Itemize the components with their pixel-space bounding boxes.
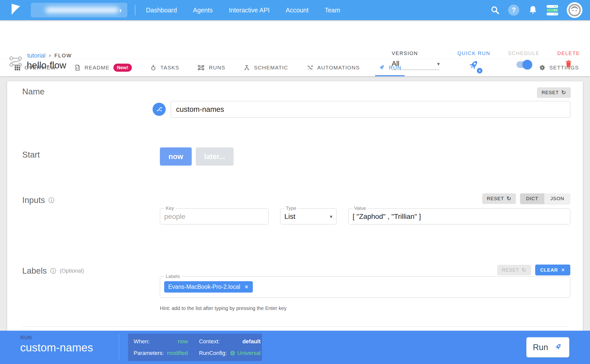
document-code-icon	[74, 64, 81, 71]
prefect-logo-icon[interactable]	[9, 3, 22, 17]
labels-label-text: Labels	[22, 266, 47, 276]
tab-label: README	[85, 65, 110, 71]
type-field: Type List ▾	[280, 205, 337, 224]
flow-icon	[8, 55, 24, 68]
tab-label: SCHEMATIC	[254, 65, 288, 71]
version-select[interactable]: All ▾	[392, 60, 440, 70]
schedule-toggle[interactable]	[517, 61, 531, 68]
label-chip-text: Evans-MacBook-Pro-2.local	[168, 283, 240, 290]
version-select-group: VERSION All ▾	[392, 50, 440, 70]
card-divider	[22, 326, 568, 327]
inputs-label-text: Inputs	[22, 195, 45, 205]
page-title: hello-flow	[27, 60, 66, 71]
tab-automations[interactable]: AUTOMATIONS	[306, 59, 360, 76]
globe-icon	[230, 350, 235, 356]
key-field: Key	[160, 205, 268, 224]
refresh-icon: ↻	[507, 196, 511, 201]
lightning-badge-icon	[476, 67, 483, 74]
dict-toggle-option[interactable]: DICT	[520, 193, 544, 204]
shuffle-icon	[306, 64, 313, 71]
schedule-label: SCHEDULE	[508, 50, 539, 56]
breadcrumb-project-link[interactable]: tutorial	[27, 52, 45, 59]
run-name-input[interactable]	[171, 101, 570, 118]
nav-item-agents[interactable]: Agents	[193, 7, 213, 14]
remove-label-icon[interactable]: ✕	[244, 284, 249, 290]
timer-icon	[150, 64, 157, 71]
value-field-label: Value	[353, 205, 367, 211]
schedule-toggle-group: SCHEDULE	[508, 50, 539, 68]
version-value: All	[392, 60, 399, 68]
summary-when-row: When: now	[134, 338, 188, 345]
runconfig-value: Universal	[237, 350, 261, 356]
new-badge: New!	[113, 64, 132, 72]
delete-button[interactable]: DELETE	[557, 50, 580, 68]
labels-field-label: Labels	[164, 274, 181, 279]
start-section-label: Start	[22, 150, 40, 160]
start-later-button[interactable]: later...	[196, 147, 234, 166]
nav-items: Dashboard Agents Interactive API Account…	[146, 7, 340, 14]
tab-schematic[interactable]: SCHEMATIC	[243, 59, 288, 76]
breadcrumb-separator: ›	[49, 52, 51, 59]
notifications-bell-icon[interactable]	[528, 5, 538, 15]
info-icon[interactable]: ⓘ	[50, 267, 56, 275]
value-input[interactable]: [ "Zaphod" , "Trillian" ]	[353, 212, 566, 221]
chevron-down-icon: ▾	[437, 61, 440, 67]
server-stack-icon[interactable]	[547, 5, 558, 15]
labels-field[interactable]: Labels Evans-MacBook-Pro-2.local ✕	[160, 274, 570, 298]
server-bar	[547, 5, 558, 8]
flow-header: tutorial › FLOW hello-flow VERSION All ▾…	[0, 20, 590, 59]
nav-item-interactive-api[interactable]: Interactive API	[229, 7, 269, 14]
info-icon[interactable]: ⓘ	[48, 196, 54, 204]
tab-readme[interactable]: README New!	[74, 59, 132, 76]
type-value: List	[284, 213, 296, 221]
labels-section-label: Labels ⓘ (Optional)	[22, 266, 84, 276]
help-icon[interactable]: ?	[508, 5, 519, 16]
toggle-knob	[523, 60, 532, 69]
header-actions: VERSION All ▾ QUICK RUN SCHEDULE	[392, 50, 580, 73]
footer-separator	[119, 335, 119, 360]
context-value: default	[242, 338, 261, 345]
labels-hint: Hint: add to the list after typing by pr…	[160, 305, 286, 311]
nav-item-account[interactable]: Account	[286, 7, 308, 14]
name-reset-button[interactable]: RESET ↻	[537, 87, 571, 98]
nav-divider	[135, 5, 135, 15]
type-select[interactable]: List ▾	[284, 212, 332, 221]
run-form-card: Name RESET ↻ Start now later... Inputs ⓘ…	[7, 81, 583, 331]
quick-run-button[interactable]: QUICK RUN	[457, 50, 490, 73]
start-now-button[interactable]: now	[160, 147, 192, 166]
footer-run-label: RUN	[20, 335, 32, 341]
dict-json-toggle: DICT JSON	[520, 193, 570, 204]
summary-context-row: Context: default	[199, 338, 261, 345]
runs-icon	[198, 64, 205, 71]
team-switcher-button[interactable]: ›	[31, 3, 127, 17]
json-toggle-option[interactable]: JSON	[544, 193, 570, 204]
team-name-redacted	[45, 7, 119, 13]
breadcrumb-type: FLOW	[54, 53, 72, 59]
search-icon[interactable]	[490, 6, 500, 15]
name-section-label: Name	[22, 87, 44, 96]
rocket-icon	[551, 340, 565, 354]
quick-run-label: QUICK RUN	[457, 50, 490, 56]
avatar[interactable]	[567, 2, 582, 18]
key-field-label: Key	[164, 205, 176, 211]
chevron-right-icon: ›	[119, 6, 122, 14]
inputs-reset-button[interactable]: RESET ↻	[482, 193, 516, 204]
reset-label: RESET	[542, 90, 559, 95]
tab-tasks[interactable]: TASKS	[150, 59, 179, 76]
runconfig-value-group: Universal	[230, 350, 261, 356]
tab-runs[interactable]: RUNS	[198, 59, 226, 76]
summary-col-left: When: now Parameters: modified	[128, 337, 193, 357]
run-button[interactable]: Run	[526, 337, 569, 357]
rocket-icon	[377, 63, 386, 72]
nav-item-dashboard[interactable]: Dashboard	[146, 7, 177, 14]
nav-item-team[interactable]: Team	[325, 7, 340, 14]
close-icon: ✕	[561, 267, 565, 273]
when-label: When:	[134, 338, 150, 345]
randomize-name-button[interactable]	[153, 103, 166, 116]
inputs-section-label: Inputs ⓘ	[22, 195, 54, 205]
name-input-row	[153, 101, 570, 118]
runconfig-label: RunConfig:	[199, 350, 227, 356]
key-input[interactable]	[164, 212, 264, 221]
summary-runconfig-row: RunConfig: Universal	[199, 350, 261, 356]
inputs-actions: RESET ↻ DICT JSON	[482, 193, 570, 204]
